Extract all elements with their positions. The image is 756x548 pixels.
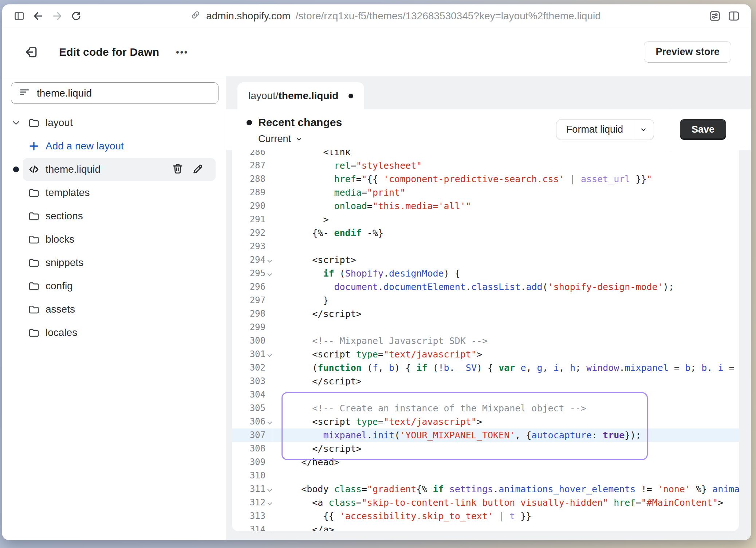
code-line-314[interactable]: 314 </a> xyxy=(232,523,739,531)
search-value: theme.liquid xyxy=(37,87,92,99)
sidebar-item-label: theme.liquid xyxy=(46,164,101,175)
code-line-288[interactable]: 288 href="{{ 'component-predictive-searc… xyxy=(232,172,739,186)
code-line-311[interactable]: 311 <body class="gradient{% if settings.… xyxy=(232,482,739,496)
back-arrow-icon[interactable] xyxy=(30,8,47,24)
folder-icon xyxy=(28,210,40,222)
format-liquid-dropdown[interactable] xyxy=(633,120,654,140)
tab-layout-theme-liquid[interactable]: layout/theme.liquid xyxy=(237,82,364,109)
revision-title-row: Recent changes xyxy=(247,116,342,129)
code-line-296[interactable]: 296 document.documentElement.classList.a… xyxy=(232,280,739,294)
code-text: rel="stylesheet" xyxy=(273,159,422,172)
sidebar-item-assets[interactable]: assets xyxy=(2,298,221,321)
code-text: </a> xyxy=(273,523,334,531)
format-liquid-button-group: Format liquid xyxy=(556,119,654,140)
code-line-301[interactable]: 301 <script type="text/javascript"> xyxy=(232,348,739,361)
preview-store-button[interactable]: Preview store xyxy=(644,41,731,63)
line-number-309: 309 xyxy=(232,455,273,469)
chevron-right-icon[interactable] xyxy=(11,258,21,267)
code-line-303[interactable]: 303 </script> xyxy=(232,375,739,388)
version-dropdown[interactable]: Current xyxy=(258,133,342,145)
code-line-312[interactable]: 312 <a class="skip-to-content-link butto… xyxy=(232,496,739,509)
chevron-down-icon[interactable] xyxy=(11,118,21,128)
code-line-295[interactable]: 295 if (Shopify.designMode) { xyxy=(232,267,739,280)
sidebar-item-snippets[interactable]: snippets xyxy=(2,251,221,274)
code-text: <script type="text/javascript"> xyxy=(273,348,482,361)
code-line-302[interactable]: 302 (function (f, b) { if (!b.__SV) { va… xyxy=(232,361,739,375)
sidebar-item-config[interactable]: config xyxy=(2,274,221,298)
fold-toggle-icon[interactable] xyxy=(267,271,273,277)
exit-editor-button[interactable] xyxy=(23,44,39,60)
file-tree: layoutAdd a new layouttheme.liquidtempla… xyxy=(2,109,226,344)
sidebar-item-layout[interactable]: layout xyxy=(2,111,221,134)
app-header: Edit code for Dawn ••• Preview store xyxy=(2,28,751,76)
fold-toggle-icon[interactable] xyxy=(267,501,273,506)
code-line-292[interactable]: 292 {%- endif -%} xyxy=(232,226,739,240)
chevron-right-icon[interactable] xyxy=(11,305,21,314)
code-editor[interactable]: 286 <link287 rel="stylesheet"288 href="{… xyxy=(232,150,739,531)
forward-arrow-icon[interactable] xyxy=(49,8,66,24)
code-line-298[interactable]: 298 </script> xyxy=(232,307,739,321)
toolbar-divider xyxy=(671,109,671,150)
sidebar-item-templates[interactable]: templates xyxy=(2,181,221,204)
code-line-309[interactable]: 309 </head> xyxy=(232,455,739,469)
editor-toolbar: Recent changes Current Format liquid xyxy=(226,109,751,150)
changes-dot-icon xyxy=(247,120,252,125)
code-line-294[interactable]: 294 <script> xyxy=(232,253,739,267)
more-options-button[interactable]: ••• xyxy=(176,47,188,57)
format-liquid-button[interactable]: Format liquid xyxy=(556,120,633,140)
code-line-308[interactable]: 308 </script> xyxy=(232,442,739,455)
line-number-314: 314 xyxy=(232,523,273,531)
code-line-297[interactable]: 297 } xyxy=(232,294,739,307)
sidebar-item-label: sections xyxy=(46,210,83,222)
fold-toggle-icon[interactable] xyxy=(267,352,273,358)
delete-file-icon[interactable] xyxy=(171,162,184,177)
address-bar[interactable]: admin.shopify.com/store/rzq1xu-f5/themes… xyxy=(87,9,704,23)
sidebar-toggle-icon[interactable] xyxy=(11,8,28,24)
sidebar-item-theme-liquid[interactable]: theme.liquid xyxy=(2,158,221,181)
fold-toggle-icon[interactable] xyxy=(267,420,273,425)
line-number-292: 292 xyxy=(232,226,273,240)
reload-icon[interactable] xyxy=(68,8,84,24)
code-line-286[interactable]: 286 <link xyxy=(232,150,739,159)
filter-icon xyxy=(19,86,31,100)
chevron-right-icon[interactable] xyxy=(11,328,21,337)
line-number-311: 311 xyxy=(232,482,273,496)
code-line-291[interactable]: 291 > xyxy=(232,213,739,226)
code-text: onload="this.media='all'" xyxy=(273,199,471,213)
folder-icon xyxy=(28,187,40,199)
code-text: </script> xyxy=(273,442,362,455)
code-line-300[interactable]: 300 <!-- Mixpanel Javascript SDK --> xyxy=(232,334,739,348)
rename-file-icon[interactable] xyxy=(192,162,205,177)
browser-settings-icon[interactable] xyxy=(706,8,723,24)
chevron-right-icon[interactable] xyxy=(11,188,21,197)
code-line-305[interactable]: 305 <!-- Create an instance of the Mixpa… xyxy=(232,402,739,415)
editor-content: 286 <link287 rel="stylesheet"288 href="{… xyxy=(226,150,751,540)
sidebar-item-sections[interactable]: sections xyxy=(2,204,221,228)
chevron-right-icon[interactable] xyxy=(11,211,21,221)
folder-icon xyxy=(28,257,40,269)
plus-icon xyxy=(28,140,40,152)
code-line-299[interactable]: 299 xyxy=(232,321,739,334)
fold-toggle-icon[interactable] xyxy=(267,487,273,493)
page-title: Edit code for Dawn xyxy=(59,46,159,58)
folder-icon xyxy=(28,326,40,339)
code-line-306[interactable]: 306 <script type="text/javascript"> xyxy=(232,415,739,428)
code-line-310[interactable]: 310 xyxy=(232,469,739,482)
add-new-layout-link[interactable]: Add a new layout xyxy=(2,134,221,158)
sidebar-item-locales[interactable]: locales xyxy=(2,321,221,344)
code-line-287[interactable]: 287 rel="stylesheet" xyxy=(232,159,739,172)
line-number-287: 287 xyxy=(232,159,273,172)
code-line-293[interactable]: 293 xyxy=(232,240,739,253)
code-line-313[interactable]: 313 {{ 'accessibility.skip_to_text' | t … xyxy=(232,509,739,523)
split-view-icon[interactable] xyxy=(725,8,742,24)
file-search-input[interactable]: theme.liquid xyxy=(11,82,218,104)
code-line-304[interactable]: 304 xyxy=(232,388,739,402)
code-line-289[interactable]: 289 media="print" xyxy=(232,186,739,199)
save-button[interactable]: Save xyxy=(680,119,726,140)
line-number-302: 302 xyxy=(232,361,273,375)
code-line-290[interactable]: 290 onload="this.media='all'" xyxy=(232,199,739,213)
code-line-307[interactable]: 307 mixpanel.init('YOUR_MIXPANEL_TOKEN',… xyxy=(232,428,739,442)
chevron-right-icon[interactable] xyxy=(11,235,21,244)
fold-toggle-icon[interactable] xyxy=(267,258,273,263)
sidebar-item-blocks[interactable]: blocks xyxy=(2,228,221,251)
